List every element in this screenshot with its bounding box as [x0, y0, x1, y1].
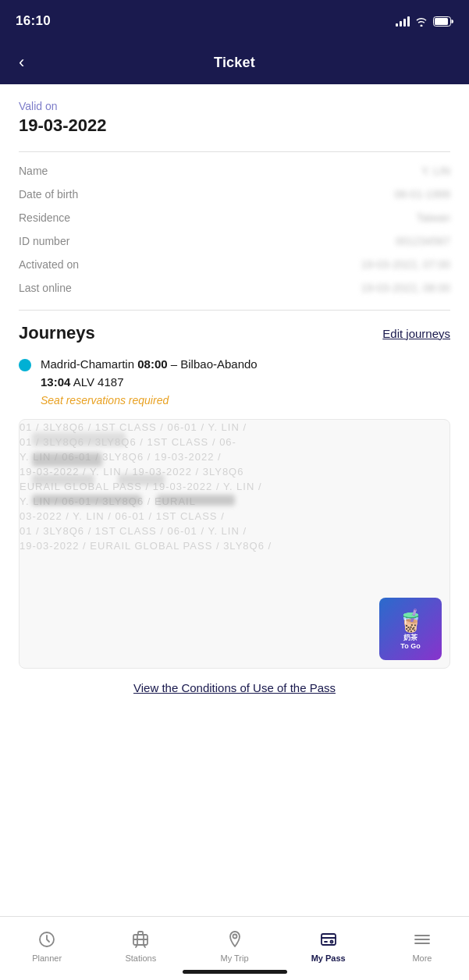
nav-item-my-trip[interactable]: My Trip: [187, 929, 281, 963]
status-icons: [396, 16, 453, 27]
nav-label-more: More: [412, 953, 432, 963]
nav-item-my-pass[interactable]: My Pass: [282, 929, 375, 963]
value-residence: Taiwan: [235, 211, 451, 224]
valid-on-label: Valid on: [19, 100, 450, 112]
nav-item-planner[interactable]: Planner: [0, 929, 94, 963]
divider-1: [19, 151, 450, 152]
wifi-icon: [414, 16, 428, 27]
status-bar: 16:10: [0, 0, 469, 41]
value-name: Y. LIN: [235, 165, 451, 177]
info-grid: Name Y. LIN Date of birth 06-01-1999 Res…: [19, 165, 450, 294]
nav-label-my-pass: My Pass: [311, 953, 346, 963]
more-icon: [411, 929, 433, 950]
header: ‹ Ticket: [0, 41, 469, 84]
label-dob: Date of birth: [19, 188, 235, 201]
signal-icon: [396, 16, 410, 27]
seat-reservation-notice: Seat reservations required: [41, 394, 258, 407]
status-time: 16:10: [16, 13, 51, 29]
ticket-watermark: 01 / 3LY8Q6 / 1ST CLASS / 06-01 / Y. LIN…: [19, 419, 450, 669]
journey-arrival: 13:04 ALV 4187: [41, 374, 258, 392]
label-activated: Activated on: [19, 258, 235, 271]
value-last-online: 19-03-2022, 08:00: [235, 282, 451, 294]
value-dob: 06-01-1999: [235, 188, 451, 201]
value-activated: 19-03-2022, 07:00: [235, 258, 451, 271]
journeys-title: Journeys: [19, 323, 95, 343]
journey-dot: [19, 359, 31, 371]
label-name: Name: [19, 165, 235, 177]
svg-point-10: [233, 934, 236, 938]
valid-on-date: 19-03-2022: [19, 115, 450, 136]
journey-item: Madrid-Chamartin 08:00 – Bilbao-Abando 1…: [19, 356, 450, 407]
nav-label-my-trip: My Trip: [220, 953, 248, 963]
nav-label-stations: Stations: [125, 953, 156, 963]
label-last-online: Last online: [19, 282, 235, 294]
battery-icon: [433, 16, 453, 27]
svg-point-14: [330, 940, 332, 943]
conditions-link[interactable]: View the Conditions of Use of the Pass: [19, 681, 450, 694]
my-trip-icon: [224, 929, 246, 950]
svg-rect-1: [435, 18, 448, 25]
ticket-inner-content: [32, 432, 437, 506]
journey-details: Madrid-Chamartin 08:00 – Bilbao-Abando 1…: [41, 356, 258, 407]
back-button[interactable]: ‹: [12, 51, 30, 74]
svg-rect-9: [138, 932, 143, 935]
stations-icon: [130, 929, 151, 950]
journey-route: Madrid-Chamartin 08:00 – Bilbao-Abando: [41, 356, 258, 374]
edit-journeys-link[interactable]: Edit journeys: [382, 327, 450, 340]
sticker-overlay: 🧋 奶茶To Go: [379, 598, 442, 660]
nav-item-more[interactable]: More: [375, 929, 469, 963]
main-content: Valid on 19-03-2022 Name Y. LIN Date of …: [0, 84, 469, 916]
svg-rect-11: [322, 934, 336, 945]
value-id: 001234567: [235, 235, 451, 247]
nav-label-planner: Planner: [32, 953, 62, 963]
label-id: ID number: [19, 235, 235, 247]
my-pass-icon: [318, 929, 339, 950]
divider-2: [19, 310, 450, 311]
header-title: Ticket: [214, 55, 255, 71]
nav-item-stations[interactable]: Stations: [94, 929, 187, 963]
home-indicator: [183, 970, 287, 974]
journeys-header: Journeys Edit journeys: [19, 323, 450, 343]
label-residence: Residence: [19, 211, 235, 224]
planner-icon: [36, 929, 58, 950]
